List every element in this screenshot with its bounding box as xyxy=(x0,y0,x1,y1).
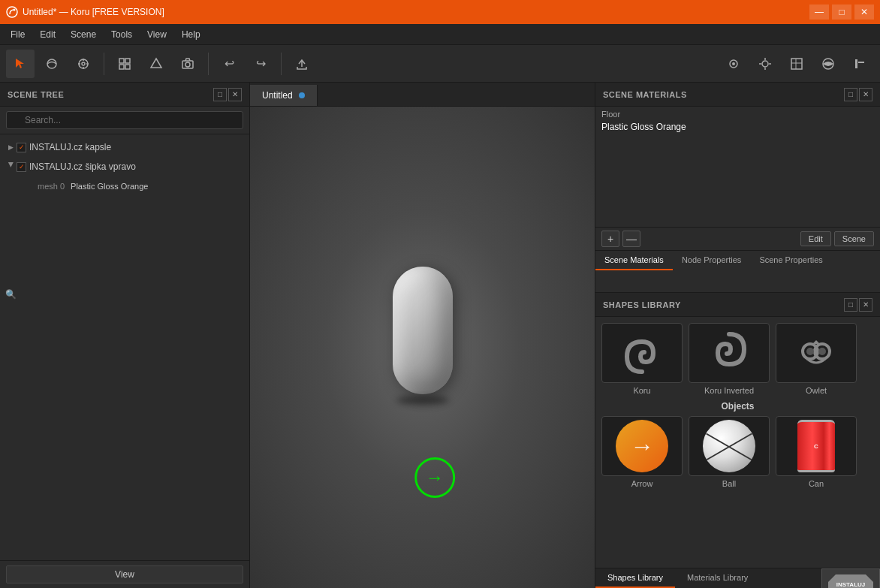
scene-materials-close-button[interactable]: ✕ xyxy=(859,88,872,101)
materials-remove-button[interactable]: — xyxy=(622,231,640,247)
tool-camera-button[interactable] xyxy=(173,50,202,78)
scene-tree-close-button[interactable]: ✕ xyxy=(228,88,242,101)
svg-point-15 xyxy=(185,62,190,67)
capsule-shadow xyxy=(396,396,449,405)
tab-active-dot xyxy=(299,92,305,98)
shape-thumb-ball xyxy=(689,416,770,476)
light-button[interactable] xyxy=(751,50,779,78)
shape-thumb-koru xyxy=(601,323,683,383)
scene-tree-search-input[interactable] xyxy=(6,111,243,129)
tool-select-button[interactable] xyxy=(6,50,35,78)
titlebar-title: Untitled* — Koru [FREE VERSION] xyxy=(23,7,809,17)
menu-file[interactable]: File xyxy=(3,26,32,43)
shapes-tab-shapes[interactable]: Shapes Library xyxy=(595,568,675,588)
materials-tab-node[interactable]: Node Properties xyxy=(673,251,751,270)
app-icon xyxy=(6,6,18,18)
shapes-library-panel: SHAPES LIBRARY □ ✕ Koru xyxy=(595,293,880,588)
svg-point-32 xyxy=(806,348,814,355)
menu-view[interactable]: View xyxy=(140,26,174,43)
scene-tree-footer: View xyxy=(0,560,249,588)
menu-help[interactable]: Help xyxy=(174,26,208,43)
maximize-button[interactable]: □ xyxy=(832,5,851,20)
toolbar-separator-1 xyxy=(104,53,104,75)
toolbar-separator-3 xyxy=(281,53,282,75)
menu-tools[interactable]: Tools xyxy=(104,26,140,43)
materials-edit-button[interactable]: Edit xyxy=(800,231,831,246)
settings-button[interactable] xyxy=(845,50,874,78)
shape-label-can: Can xyxy=(809,479,824,488)
shape-label-ball: Ball xyxy=(722,479,736,488)
shapes-section-objects-label: Objects xyxy=(601,401,874,412)
shape-item-koru[interactable]: Koru xyxy=(601,323,683,395)
undo-button[interactable]: ↩ xyxy=(215,50,243,78)
shape-thumb-koru-inverted xyxy=(689,323,770,383)
tree-checkbox-kapsle[interactable]: ✓ xyxy=(17,143,26,152)
scene-materials-header: SCENE MATERIALS □ ✕ xyxy=(595,83,880,107)
svg-text:INSTALUJ: INSTALUJ xyxy=(836,581,866,588)
render-button[interactable] xyxy=(719,50,748,78)
tool-add-button[interactable] xyxy=(110,50,139,78)
shape-item-can[interactable]: C Can xyxy=(776,416,857,488)
shape-item-ball[interactable]: Ball xyxy=(689,416,770,488)
tree-item-kapsle[interactable]: ▶ ✓ INSTALUJ.cz kapsle xyxy=(0,137,249,157)
view-button[interactable]: View xyxy=(6,565,243,583)
tool-target-button[interactable] xyxy=(69,50,98,78)
svg-point-1 xyxy=(14,9,16,11)
watermark: INSTALUJ .cz xyxy=(821,568,880,588)
materials-list: Floor Plastic Gloss Orange xyxy=(595,107,880,227)
viewport-tab-untitled[interactable]: Untitled xyxy=(250,85,318,106)
minimize-button[interactable]: — xyxy=(809,5,829,20)
menu-edit[interactable]: Edit xyxy=(32,26,63,43)
materials-tab-properties[interactable]: Scene Properties xyxy=(750,251,831,270)
viewport-canvas[interactable]: → xyxy=(250,107,595,588)
scene-tree-panel: SCENE TREE □ ✕ 🔍 ▶ ✓ INSTALUJ.cz kapsle … xyxy=(0,83,250,588)
svg-point-2 xyxy=(47,59,56,68)
shapes-tab-materials[interactable]: Materials Library xyxy=(675,568,760,588)
materials-add-button[interactable]: + xyxy=(601,231,619,247)
shape-thumb-owlet xyxy=(776,323,857,383)
svg-point-18 xyxy=(732,62,735,65)
viewport-tab-label: Untitled xyxy=(262,90,293,101)
materials-tab-scene[interactable]: Scene Materials xyxy=(595,251,673,270)
shape-label-koru-inverted: Koru Inverted xyxy=(704,386,754,395)
svg-rect-24 xyxy=(791,59,802,69)
scene-tree-float-button[interactable]: □ xyxy=(213,88,227,101)
shapes-library-float-button[interactable]: □ xyxy=(844,298,857,312)
tree-mesh-label: mesh 0 xyxy=(38,182,65,191)
redo-button[interactable]: ↪ xyxy=(246,50,275,78)
export-button[interactable] xyxy=(288,50,316,78)
tool-scene-button[interactable] xyxy=(142,50,170,78)
tree-material-label: Plastic Gloss Orange xyxy=(71,182,148,191)
tool-orbit-button[interactable] xyxy=(38,50,66,78)
shape-item-owlet[interactable]: Owlet xyxy=(776,323,857,395)
tree-item-sipka[interactable]: ▶ ✓ INSTALUJ.cz šipka vpravo xyxy=(0,157,249,176)
svg-rect-12 xyxy=(125,65,130,69)
shapes-library-close-button[interactable]: ✕ xyxy=(859,298,872,312)
shape-item-koru-inverted[interactable]: Koru Inverted xyxy=(689,323,770,395)
right-panels: SCENE MATERIALS □ ✕ Floor Plastic Gloss … xyxy=(595,83,880,588)
scene-tree-content: ▶ ✓ INSTALUJ.cz kapsle ▶ ✓ INSTALUJ.cz š… xyxy=(0,134,249,560)
svg-rect-10 xyxy=(125,59,130,63)
menubar: File Edit Scene Tools View Help xyxy=(0,24,880,45)
tree-item-mesh0[interactable]: mesh 0 Plastic Gloss Orange xyxy=(0,176,249,196)
move-arrow-icon: → xyxy=(426,467,444,488)
search-wrap xyxy=(6,111,243,129)
tree-label-kapsle: INSTALUJ.cz kapsle xyxy=(29,142,111,152)
materials-tabs: Scene Materials Node Properties Scene Pr… xyxy=(595,250,880,270)
viewport-tabs: Untitled xyxy=(250,83,595,107)
material-button[interactable] xyxy=(814,50,842,78)
materials-scene-button[interactable]: Scene xyxy=(834,231,874,246)
scene-materials-float-button[interactable]: □ xyxy=(844,88,857,101)
menu-scene[interactable]: Scene xyxy=(63,26,104,43)
tree-checkbox-sipka[interactable]: ✓ xyxy=(17,162,26,172)
scene-materials-title: SCENE MATERIALS xyxy=(603,90,842,99)
grid-button[interactable] xyxy=(782,50,811,78)
close-button[interactable]: ✕ xyxy=(854,5,874,20)
shape-label-arrow: Arrow xyxy=(631,479,653,488)
materials-floor-label: Floor xyxy=(601,110,874,119)
viewport-capsule xyxy=(393,267,453,402)
shape-item-arrow[interactable]: → Arrow xyxy=(601,416,683,488)
capsule-shape xyxy=(393,267,453,394)
shapes-grid-row1: Koru Koru Inverted xyxy=(601,323,874,395)
svg-rect-11 xyxy=(119,65,124,69)
